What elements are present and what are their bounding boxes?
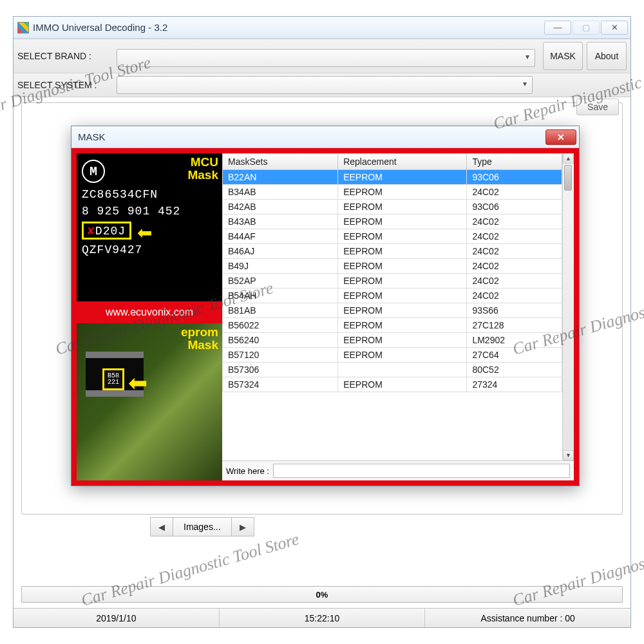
table-row[interactable]: B44AFEEPROM24C02 (223, 229, 562, 244)
images-prev-button[interactable]: ◀ (150, 517, 173, 536)
table-cell: 80C52 (467, 363, 562, 377)
table-cell: EEPROM (338, 289, 467, 303)
scroll-up-icon[interactable]: ▲ (563, 153, 574, 164)
table-cell: EEPROM (338, 214, 467, 229)
table-cell: 93C06 (467, 200, 562, 214)
table-row[interactable]: B57120EEPROM27C64 (223, 348, 562, 363)
progress-text: 0% (316, 590, 328, 600)
table-row[interactable]: B22ANEEPROM93C06 (223, 170, 562, 185)
table-cell: B22AN (223, 170, 338, 185)
mask-close-button[interactable]: ✕ (545, 129, 576, 145)
table-cell: EEPROM (338, 318, 467, 333)
table-cell: EEPROM (338, 244, 467, 259)
mcu-mask-graphic: MCU Mask M ZC86534CFN 8 925 901 452 ✘D20… (77, 153, 222, 301)
chip-line-2: 8 925 901 452 (82, 205, 217, 218)
table-cell: EEPROM (338, 170, 467, 185)
mask-button[interactable]: MASK (543, 42, 583, 70)
eprom-mask-graphic: eprom Mask B58 221 ⬅ (77, 323, 222, 480)
about-button[interactable]: About (587, 42, 627, 70)
table-cell: B49J (223, 259, 338, 274)
mask-highlight-box: ✘D20J ⬅ (82, 222, 131, 240)
table-row[interactable]: B56240EEPROMLM2902 (223, 333, 562, 348)
table-cell: B57324 (223, 377, 338, 392)
col-type[interactable]: Type (467, 154, 562, 170)
table-cell: 24C02 (467, 214, 562, 229)
table-row[interactable]: B81ABEEPROM93S66 (223, 303, 562, 318)
status-time: 15:22:10 (220, 609, 426, 627)
table-cell: 93S66 (467, 303, 562, 318)
select-system-combo[interactable] (117, 76, 533, 94)
arrow-left-icon: ⬅ (137, 222, 153, 243)
mcu-label-1: MCU (191, 155, 218, 169)
select-brand-combo[interactable] (117, 49, 535, 67)
table-cell: B56022 (223, 318, 338, 333)
table-row[interactable]: B52APEEPROM24C02 (223, 274, 562, 289)
table-cell: B42AB (223, 200, 338, 214)
write-here-input[interactable] (273, 464, 570, 478)
table-cell: B57120 (223, 348, 338, 363)
table-cell: B54AH (223, 289, 338, 303)
status-bar: 2019/1/10 15:22:10 Assistance number : 0… (14, 608, 630, 627)
close-button[interactable]: ✕ (601, 21, 628, 35)
table-scrollbar[interactable]: ▲ ▼ (562, 153, 574, 460)
table-cell: B81AB (223, 303, 338, 318)
table-cell: EEPROM (338, 333, 467, 348)
scroll-thumb[interactable] (564, 165, 572, 191)
website-text: www.ecuvonix.com (77, 304, 222, 321)
table-row[interactable]: B5730680C52 (223, 363, 562, 377)
table-cell: B46AJ (223, 244, 338, 259)
chip-line-4: QZFV9427 (82, 243, 217, 256)
table-row[interactable]: B56022EEPROM27C128 (223, 318, 562, 333)
col-replacement[interactable]: Replacement (338, 154, 467, 170)
table-cell: 24C02 (467, 229, 562, 244)
table-row[interactable]: B57324EEPROM27324 (223, 377, 562, 392)
scroll-down-icon[interactable]: ▼ (563, 450, 574, 460)
table-cell: B57306 (223, 363, 338, 377)
mask-table[interactable]: MaskSets Replacement Type B22ANEEPROM93C… (222, 153, 562, 392)
table-cell: B44AF (223, 229, 338, 244)
table-cell: LM2902 (467, 333, 562, 348)
maximize-button[interactable]: ▢ (573, 21, 600, 35)
table-cell: B56240 (223, 333, 338, 348)
table-cell (338, 363, 467, 377)
table-cell: EEPROM (338, 200, 467, 214)
red-x-icon: ✘ (88, 225, 95, 238)
table-cell: EEPROM (338, 259, 467, 274)
table-cell: 93C06 (467, 170, 562, 185)
table-cell: B34AB (223, 185, 338, 200)
minimize-button[interactable]: — (544, 21, 571, 35)
mask-dialog-title: MASK (78, 131, 106, 142)
main-titlebar: IMMO Universal Decoding - 3.2 — ▢ ✕ (14, 17, 630, 39)
table-row[interactable]: B54AHEEPROM24C02 (223, 289, 562, 303)
table-cell: 24C02 (467, 274, 562, 289)
write-here-label: Write here : (226, 466, 269, 476)
arrow-left-icon: ⬅ (128, 370, 147, 397)
table-row[interactable]: B46AJEEPROM24C02 (223, 244, 562, 259)
table-row[interactable]: B43ABEEPROM24C02 (223, 214, 562, 229)
table-cell: 27C64 (467, 348, 562, 363)
mask-dialog: MASK ✕ MCU Mask M ZC86534CFN 8 925 901 4… (71, 126, 580, 486)
mcu-label-2: Mask (187, 168, 218, 182)
motorola-logo-icon: M (82, 160, 105, 183)
table-cell: 27C128 (467, 318, 562, 333)
status-assistance: Assistance number : 00 (425, 609, 630, 627)
images-label[interactable]: Images... (173, 517, 231, 536)
images-next-button[interactable]: ▶ (231, 517, 254, 536)
eprom-mask-box: B58 221 (102, 368, 124, 390)
eprom-label-2: Mask (187, 338, 218, 352)
table-row[interactable]: B42ABEEPROM93C06 (223, 200, 562, 214)
col-masksets[interactable]: MaskSets (223, 154, 338, 170)
table-cell: EEPROM (338, 229, 467, 244)
table-cell: EEPROM (338, 377, 467, 392)
table-cell: EEPROM (338, 303, 467, 318)
table-cell: 27324 (467, 377, 562, 392)
table-cell: EEPROM (338, 348, 467, 363)
save-button[interactable]: Save (576, 99, 619, 115)
mask-value: D20J (95, 225, 126, 238)
table-row[interactable]: B49JEEPROM24C02 (223, 259, 562, 274)
eprom-label-1: eprom (181, 325, 218, 339)
table-cell: B43AB (223, 214, 338, 229)
chip-line-1: ZC86534CFN (82, 188, 217, 201)
table-cell: EEPROM (338, 274, 467, 289)
table-row[interactable]: B34ABEEPROM24C02 (223, 185, 562, 200)
